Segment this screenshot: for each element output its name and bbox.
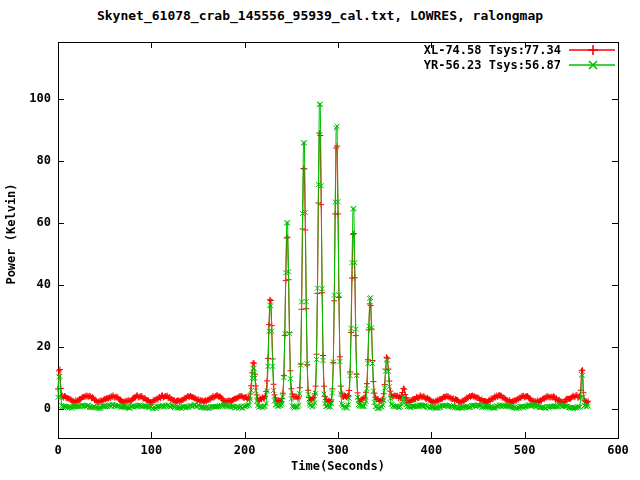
plot-canvas — [0, 0, 640, 480]
x-axis-label: Time(Seconds) — [58, 459, 618, 473]
y-axis-label: Power (Kelvin) — [4, 159, 18, 309]
plus-marker-icon — [588, 45, 598, 55]
legend-sample-line — [569, 59, 615, 71]
legend-item-label: XL-74.58 Tsys:77.34 — [424, 43, 561, 57]
legend-item: YR-56.23 Tsys:56.87 — [424, 58, 615, 72]
gnuplot-chart-window: Skynet_61078_crab_145556_95939_cal.txt, … — [0, 0, 640, 480]
legend-item-label: YR-56.23 Tsys:56.87 — [424, 58, 561, 72]
legend: XL-74.58 Tsys:77.34YR-56.23 Tsys:56.87 — [424, 43, 615, 72]
legend-item: XL-74.58 Tsys:77.34 — [424, 43, 615, 57]
legend-sample-line — [569, 44, 615, 56]
